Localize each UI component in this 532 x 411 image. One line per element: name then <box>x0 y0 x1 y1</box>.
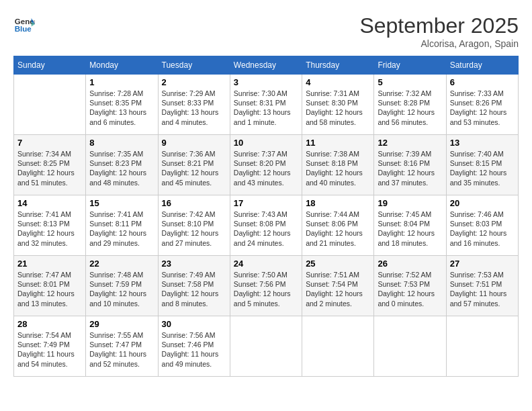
day-number: 12 <box>378 138 442 148</box>
day-cell: 19Sunrise: 7:45 AMSunset: 8:04 PMDayligh… <box>374 195 446 256</box>
day-info: Sunrise: 7:36 AMSunset: 8:21 PMDaylight:… <box>162 149 226 187</box>
day-cell: 28Sunrise: 7:54 AMSunset: 7:49 PMDayligh… <box>14 316 86 377</box>
day-number: 5 <box>378 77 442 87</box>
day-cell <box>14 75 86 135</box>
day-number: 26 <box>378 259 442 269</box>
day-cell: 30Sunrise: 7:56 AMSunset: 7:46 PMDayligh… <box>158 316 230 377</box>
day-info: Sunrise: 7:55 AMSunset: 7:47 PMDaylight:… <box>89 330 154 369</box>
day-info: Sunrise: 7:31 AMSunset: 8:30 PMDaylight:… <box>306 89 370 127</box>
day-info: Sunrise: 7:54 AMSunset: 7:49 PMDaylight:… <box>17 330 82 369</box>
day-cell: 16Sunrise: 7:42 AMSunset: 8:10 PMDayligh… <box>158 195 230 256</box>
day-cell: 6Sunrise: 7:33 AMSunset: 8:26 PMDaylight… <box>446 75 518 135</box>
day-info: Sunrise: 7:28 AMSunset: 8:35 PMDaylight:… <box>89 89 154 127</box>
day-info: Sunrise: 7:38 AMSunset: 8:18 PMDaylight:… <box>306 149 370 187</box>
day-cell: 11Sunrise: 7:38 AMSunset: 8:18 PMDayligh… <box>302 135 374 195</box>
day-number: 1 <box>89 77 154 87</box>
day-cell: 1Sunrise: 7:28 AMSunset: 8:35 PMDaylight… <box>86 75 158 135</box>
day-number: 17 <box>234 198 298 208</box>
day-number: 11 <box>306 138 370 148</box>
day-cell: 29Sunrise: 7:55 AMSunset: 7:47 PMDayligh… <box>86 316 158 377</box>
col-header-saturday: Saturday <box>446 56 518 75</box>
day-number: 20 <box>450 198 515 208</box>
week-row-2: 7Sunrise: 7:34 AMSunset: 8:25 PMDaylight… <box>14 135 519 195</box>
day-cell <box>302 316 374 377</box>
day-info: Sunrise: 7:45 AMSunset: 8:04 PMDaylight:… <box>378 210 442 248</box>
day-cell: 18Sunrise: 7:44 AMSunset: 8:06 PMDayligh… <box>302 195 374 256</box>
day-cell: 23Sunrise: 7:49 AMSunset: 7:58 PMDayligh… <box>158 256 230 316</box>
col-header-wednesday: Wednesday <box>230 56 302 75</box>
day-info: Sunrise: 7:50 AMSunset: 7:56 PMDaylight:… <box>234 270 298 308</box>
day-number: 24 <box>234 259 298 269</box>
day-number: 8 <box>89 138 154 148</box>
location: Alcorisa, Aragon, Spain <box>359 38 519 49</box>
day-number: 9 <box>162 138 226 148</box>
day-info: Sunrise: 7:49 AMSunset: 7:58 PMDaylight:… <box>162 270 226 308</box>
day-number: 28 <box>17 319 82 329</box>
day-info: Sunrise: 7:41 AMSunset: 8:11 PMDaylight:… <box>89 210 154 248</box>
day-cell <box>230 316 302 377</box>
month-title: September 2025 <box>359 13 519 38</box>
day-number: 25 <box>306 259 370 269</box>
day-cell: 17Sunrise: 7:43 AMSunset: 8:08 PMDayligh… <box>230 195 302 256</box>
day-info: Sunrise: 7:37 AMSunset: 8:20 PMDaylight:… <box>234 149 298 187</box>
day-info: Sunrise: 7:56 AMSunset: 7:46 PMDaylight:… <box>162 330 226 369</box>
day-number: 3 <box>234 77 298 87</box>
day-cell: 20Sunrise: 7:46 AMSunset: 8:03 PMDayligh… <box>446 195 518 256</box>
day-cell: 5Sunrise: 7:32 AMSunset: 8:28 PMDaylight… <box>374 75 446 135</box>
day-cell: 15Sunrise: 7:41 AMSunset: 8:11 PMDayligh… <box>86 195 158 256</box>
day-info: Sunrise: 7:39 AMSunset: 8:16 PMDaylight:… <box>378 149 442 187</box>
header-row: SundayMondayTuesdayWednesdayThursdayFrid… <box>14 56 519 75</box>
day-info: Sunrise: 7:47 AMSunset: 8:01 PMDaylight:… <box>17 270 82 308</box>
day-info: Sunrise: 7:51 AMSunset: 7:54 PMDaylight:… <box>306 270 370 308</box>
day-number: 4 <box>306 77 370 87</box>
day-info: Sunrise: 7:44 AMSunset: 8:06 PMDaylight:… <box>306 210 370 248</box>
day-cell: 13Sunrise: 7:40 AMSunset: 8:15 PMDayligh… <box>446 135 518 195</box>
day-cell: 7Sunrise: 7:34 AMSunset: 8:25 PMDaylight… <box>14 135 86 195</box>
day-cell: 4Sunrise: 7:31 AMSunset: 8:30 PMDaylight… <box>302 75 374 135</box>
day-cell: 3Sunrise: 7:30 AMSunset: 8:31 PMDaylight… <box>230 75 302 135</box>
day-cell: 8Sunrise: 7:35 AMSunset: 8:23 PMDaylight… <box>86 135 158 195</box>
col-header-thursday: Thursday <box>302 56 374 75</box>
week-row-3: 14Sunrise: 7:41 AMSunset: 8:13 PMDayligh… <box>14 195 519 256</box>
day-info: Sunrise: 7:52 AMSunset: 7:53 PMDaylight:… <box>378 270 442 308</box>
col-header-tuesday: Tuesday <box>158 56 230 75</box>
svg-text:Blue: Blue <box>15 25 32 33</box>
day-info: Sunrise: 7:34 AMSunset: 8:25 PMDaylight:… <box>17 149 82 187</box>
day-info: Sunrise: 7:32 AMSunset: 8:28 PMDaylight:… <box>378 89 442 127</box>
day-number: 10 <box>234 138 298 148</box>
day-info: Sunrise: 7:48 AMSunset: 7:59 PMDaylight:… <box>89 270 154 308</box>
day-number: 23 <box>162 259 226 269</box>
day-number: 16 <box>162 198 226 208</box>
day-cell: 21Sunrise: 7:47 AMSunset: 8:01 PMDayligh… <box>14 256 86 316</box>
day-cell <box>374 316 446 377</box>
col-header-sunday: Sunday <box>14 56 86 75</box>
day-info: Sunrise: 7:41 AMSunset: 8:13 PMDaylight:… <box>17 210 82 248</box>
calendar-table: SundayMondayTuesdayWednesdayThursdayFrid… <box>13 56 519 377</box>
day-number: 18 <box>306 198 370 208</box>
day-info: Sunrise: 7:35 AMSunset: 8:23 PMDaylight:… <box>89 149 154 187</box>
day-info: Sunrise: 7:40 AMSunset: 8:15 PMDaylight:… <box>450 149 515 187</box>
day-number: 13 <box>450 138 515 148</box>
day-cell: 26Sunrise: 7:52 AMSunset: 7:53 PMDayligh… <box>374 256 446 316</box>
day-info: Sunrise: 7:46 AMSunset: 8:03 PMDaylight:… <box>450 210 515 248</box>
day-number: 19 <box>378 198 442 208</box>
day-cell: 14Sunrise: 7:41 AMSunset: 8:13 PMDayligh… <box>14 195 86 256</box>
week-row-5: 28Sunrise: 7:54 AMSunset: 7:49 PMDayligh… <box>14 316 519 377</box>
day-cell: 27Sunrise: 7:53 AMSunset: 7:51 PMDayligh… <box>446 256 518 316</box>
day-info: Sunrise: 7:53 AMSunset: 7:51 PMDaylight:… <box>450 270 515 308</box>
day-cell: 22Sunrise: 7:48 AMSunset: 7:59 PMDayligh… <box>86 256 158 316</box>
day-cell: 25Sunrise: 7:51 AMSunset: 7:54 PMDayligh… <box>302 256 374 316</box>
day-cell: 9Sunrise: 7:36 AMSunset: 8:21 PMDaylight… <box>158 135 230 195</box>
day-number: 6 <box>450 77 515 87</box>
day-number: 29 <box>89 319 154 329</box>
day-number: 21 <box>17 259 82 269</box>
week-row-1: 1Sunrise: 7:28 AMSunset: 8:35 PMDaylight… <box>14 75 519 135</box>
col-header-friday: Friday <box>374 56 446 75</box>
day-cell: 2Sunrise: 7:29 AMSunset: 8:33 PMDaylight… <box>158 75 230 135</box>
week-row-4: 21Sunrise: 7:47 AMSunset: 8:01 PMDayligh… <box>14 256 519 316</box>
day-info: Sunrise: 7:33 AMSunset: 8:26 PMDaylight:… <box>450 89 515 127</box>
day-info: Sunrise: 7:42 AMSunset: 8:10 PMDaylight:… <box>162 210 226 248</box>
day-info: Sunrise: 7:43 AMSunset: 8:08 PMDaylight:… <box>234 210 298 248</box>
day-number: 14 <box>17 198 82 208</box>
day-info: Sunrise: 7:29 AMSunset: 8:33 PMDaylight:… <box>162 89 226 127</box>
